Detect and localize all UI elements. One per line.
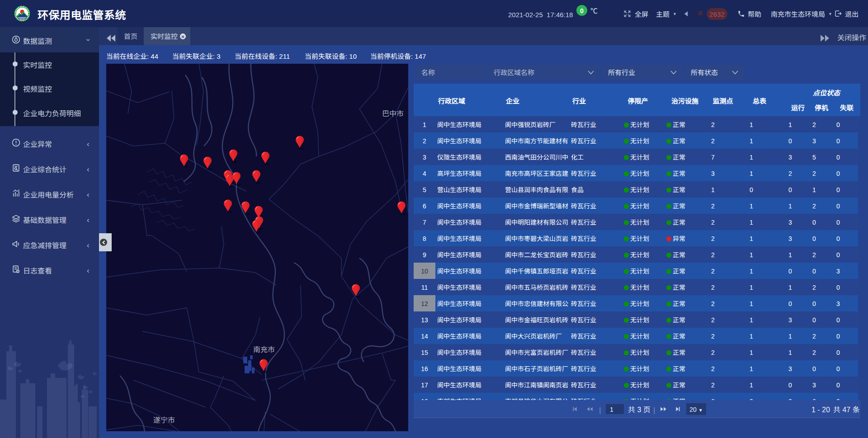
- svg-text:巴中市: 巴中市: [382, 108, 404, 118]
- svg-text:遂宁市: 遂宁市: [153, 414, 175, 425]
- svg-text:南充市: 南充市: [253, 344, 275, 354]
